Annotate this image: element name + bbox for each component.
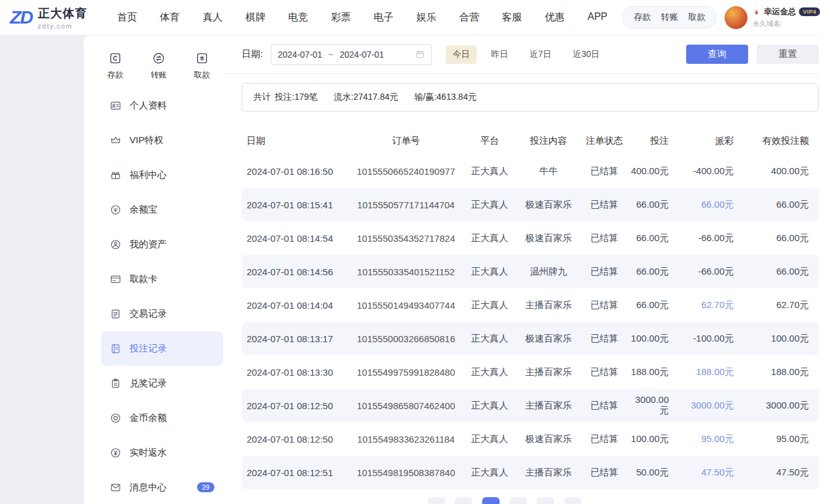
nav-item[interactable]: 电子 xyxy=(374,11,394,24)
cell-status: 已结算 xyxy=(583,166,626,177)
cell-bet-amount: 3000.00元 xyxy=(626,394,679,417)
column-header: 日期 xyxy=(242,135,347,147)
cell-payout: -100.00元 xyxy=(679,333,744,345)
vip-badge: VIP4 xyxy=(799,7,820,16)
summary-label: 共计 xyxy=(253,92,271,103)
nav-item[interactable]: 棋牌 xyxy=(245,11,265,24)
sidebar-item[interactable]: 取款卡 xyxy=(101,262,223,296)
quick-action[interactable]: 取款 xyxy=(188,51,216,81)
cell-bet-amount: 66.00元 xyxy=(626,266,679,278)
cell-payout: 3000.00元 xyxy=(679,400,744,412)
column-header: 派彩 xyxy=(679,135,744,147)
date-separator: ~ xyxy=(328,50,333,60)
sidebar-item-label: 兑奖记录 xyxy=(130,378,167,389)
cell-valid-amount: 400.00元 xyxy=(744,166,819,177)
brand-logo[interactable]: ZD 正大体育 zdty.com xyxy=(10,6,87,30)
date-preset[interactable]: 近30日 xyxy=(566,45,607,64)
wallet-quick-link[interactable]: 转账 xyxy=(661,12,678,23)
cell-platform: 正大真人 xyxy=(465,366,514,378)
nav-item[interactable]: 真人 xyxy=(203,11,223,24)
card-icon xyxy=(110,273,121,285)
sidebar-item-label: 投注记录 xyxy=(130,343,167,355)
date-range-input[interactable]: 2024-07-01 ~ 2024-07-01 xyxy=(271,44,432,65)
sidebar-item[interactable]: 个人资料 xyxy=(101,88,223,123)
page-button[interactable] xyxy=(482,497,500,504)
cell-order-number: 1015550335401521152 xyxy=(347,267,465,277)
cell-platform: 正大真人 xyxy=(465,467,514,479)
nav-item[interactable]: 彩票 xyxy=(331,11,351,24)
unread-badge: 29 xyxy=(197,482,214,492)
table-row: 2024-07-01 08:14:541015550354352717824正大… xyxy=(242,221,819,255)
table-row: 2024-07-01 08:13:301015549975991828480正大… xyxy=(242,355,819,389)
nav-item[interactable]: 电竞 xyxy=(288,11,308,24)
sidebar-item[interactable]: VIP特权 xyxy=(101,123,223,157)
cell-status: 已结算 xyxy=(583,366,626,378)
wallet-quick-link[interactable]: 取款 xyxy=(688,12,705,23)
cell-valid-amount: 62.70元 xyxy=(744,299,819,311)
nav-item[interactable]: 合营 xyxy=(459,11,479,24)
table-row: 2024-07-01 08:14:561015550335401521152正大… xyxy=(242,255,819,288)
page-button[interactable] xyxy=(428,497,445,504)
flame-icon xyxy=(752,8,760,16)
nav-item[interactable]: 娱乐 xyxy=(417,11,436,24)
message-icon xyxy=(110,482,121,493)
sidebar-item[interactable]: 消息中心29 xyxy=(101,470,223,504)
user-widget[interactable]: 幸运金总 VIP4 永久域名: xyxy=(725,6,820,29)
yuebao-icon xyxy=(110,204,121,216)
welfare-icon xyxy=(110,169,121,181)
sidebar-item[interactable]: 福利中心 xyxy=(101,157,223,192)
nav-item[interactable]: 首页 xyxy=(117,11,137,24)
reset-button[interactable]: 重置 xyxy=(757,45,819,64)
table-row: 2024-07-01 08:12:511015549819508387840正大… xyxy=(242,456,819,489)
cell-payout: -66.00元 xyxy=(679,266,744,278)
bet-records-table: 日期订单号平台投注内容注单状态投注派彩有效投注额 2024-07-01 08:1… xyxy=(242,127,819,489)
page-button[interactable] xyxy=(537,497,554,504)
cell-bet-content: 极速百家乐 xyxy=(514,232,583,244)
summary-winloss: 输/赢:4613.84元 xyxy=(415,92,477,103)
query-button[interactable]: 查询 xyxy=(686,45,748,64)
calendar-icon xyxy=(415,50,425,60)
date-preset[interactable]: 近7日 xyxy=(522,45,558,64)
cell-bet-content: 极速百家乐 xyxy=(514,333,583,345)
sidebar-item[interactable]: 交易记录 xyxy=(101,296,223,331)
cell-bet-amount: 50.00元 xyxy=(626,467,679,479)
table-header: 日期订单号平台投注内容注单状态投注派彩有效投注额 xyxy=(242,127,819,154)
cell-bet-content: 温州牌九 xyxy=(514,266,583,278)
sidebar-item[interactable]: 兑奖记录 xyxy=(101,366,223,400)
cell-valid-amount: 47.50元 xyxy=(744,467,819,479)
sidebar-item[interactable]: 实时返水 xyxy=(101,435,223,470)
cell-valid-amount: 66.00元 xyxy=(744,266,819,278)
cell-status: 已结算 xyxy=(583,333,626,345)
page-button[interactable] xyxy=(455,497,472,504)
sidebar-item[interactable]: 我的资产 xyxy=(101,227,223,262)
quick-action[interactable]: 转账 xyxy=(144,51,173,81)
nav-item[interactable]: APP xyxy=(588,11,607,24)
nav-item[interactable]: 体育 xyxy=(160,11,180,24)
sidebar-item[interactable]: 投注记录 xyxy=(101,331,223,366)
avatar[interactable] xyxy=(725,6,747,29)
cell-status: 已结算 xyxy=(583,433,626,445)
cell-order-number: 1015549975991828480 xyxy=(347,367,465,378)
quick-action[interactable]: 存款 xyxy=(101,51,130,81)
cell-date: 2024-07-01 08:12:50 xyxy=(242,400,347,411)
deposit-icon xyxy=(108,51,122,65)
cell-status: 已结算 xyxy=(583,299,626,311)
cell-order-number: 1015550577171144704 xyxy=(347,200,465,210)
cell-bet-amount: 66.00元 xyxy=(626,199,679,211)
sidebar-item-label: VIP特权 xyxy=(130,135,163,146)
page-button[interactable] xyxy=(509,497,527,504)
date-preset[interactable]: 今日 xyxy=(446,45,477,64)
withdraw-icon xyxy=(195,51,209,65)
sidebar-item[interactable]: 金币余额 xyxy=(101,400,223,435)
nav-item[interactable]: 优惠 xyxy=(545,11,565,24)
date-preset[interactable]: 昨日 xyxy=(484,45,515,64)
nav-item[interactable]: 客服 xyxy=(502,11,522,24)
page-button[interactable] xyxy=(564,497,581,504)
user-name: 幸运金总 xyxy=(764,6,796,17)
wallet-quick-link[interactable]: 存款 xyxy=(633,12,651,23)
cell-date: 2024-07-01 08:16:50 xyxy=(242,166,347,177)
cell-bet-content: 极速百家乐 xyxy=(514,199,583,211)
sidebar-item-label: 实时返水 xyxy=(130,447,167,459)
brand-name: 正大体育 xyxy=(38,6,87,22)
sidebar-item[interactable]: 余额宝 xyxy=(101,192,223,227)
